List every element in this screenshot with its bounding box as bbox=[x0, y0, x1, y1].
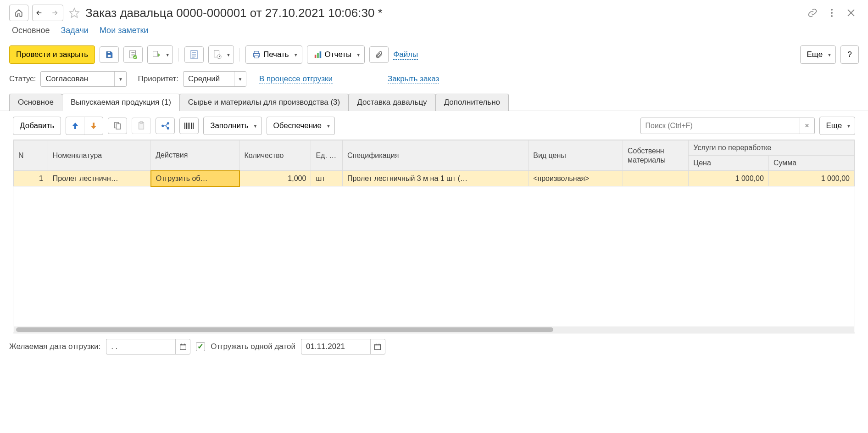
copy-button[interactable] bbox=[108, 118, 127, 134]
svg-rect-31 bbox=[191, 123, 192, 129]
chevron-down-icon[interactable]: ▼ bbox=[114, 72, 126, 86]
search-input-wrap[interactable]: × bbox=[640, 118, 815, 134]
save-button[interactable] bbox=[100, 46, 119, 63]
print-button[interactable]: Печать ▼ bbox=[245, 45, 302, 64]
tab-more-label: Еще bbox=[826, 121, 842, 130]
create-based-on-button[interactable]: ▼ bbox=[147, 45, 173, 64]
svg-rect-19 bbox=[93, 123, 95, 126]
table-row[interactable]: 1 Пролет лестничн… Отгрузить об… 1,000 ш… bbox=[14, 171, 855, 186]
close-icon[interactable] bbox=[843, 5, 859, 21]
help-button[interactable]: ? bbox=[840, 45, 859, 64]
document-dd-button[interactable]: ▼ bbox=[208, 45, 234, 64]
document-button[interactable] bbox=[184, 46, 204, 63]
tab-delivery[interactable]: Доставка давальцу bbox=[348, 94, 435, 111]
col-own-materials[interactable]: Собственн материалы bbox=[623, 141, 688, 171]
nav-tab-notes[interactable]: Мои заметки bbox=[100, 26, 149, 36]
document-icon bbox=[190, 50, 198, 59]
star-icon[interactable] bbox=[69, 7, 80, 18]
move-down-button[interactable] bbox=[84, 117, 103, 135]
svg-rect-17 bbox=[319, 51, 321, 58]
more-button[interactable]: Еще ▼ bbox=[800, 45, 836, 64]
files-link[interactable]: Файлы bbox=[393, 50, 418, 60]
svg-rect-4 bbox=[107, 51, 110, 53]
clear-search-button[interactable]: × bbox=[800, 118, 814, 134]
col-price[interactable]: Цена bbox=[689, 156, 769, 171]
close-order-link[interactable]: Закрыть заказ bbox=[388, 74, 439, 84]
cell-item[interactable]: Пролет лестничн… bbox=[48, 171, 150, 186]
cell-spec[interactable]: Пролет лестничный 3 м на 1 шт (… bbox=[342, 171, 528, 186]
chevron-down-icon: ▼ bbox=[846, 124, 851, 129]
forward-button[interactable] bbox=[51, 9, 60, 17]
tab-products[interactable]: Выпускаемая продукция (1) bbox=[62, 94, 180, 111]
col-spec[interactable]: Спецификация bbox=[342, 141, 528, 171]
reports-button[interactable]: Отчеты ▼ bbox=[307, 45, 365, 64]
scrollbar-thumb[interactable] bbox=[16, 327, 553, 332]
priority-combo[interactable]: Средний ▼ bbox=[183, 71, 246, 87]
cell-price-type[interactable]: <произвольная> bbox=[529, 171, 623, 186]
col-actions[interactable]: Действия bbox=[151, 141, 239, 171]
cell-sum[interactable]: 1 000,00 bbox=[768, 171, 854, 186]
tab-materials[interactable]: Сырье и материалы для производства (3) bbox=[179, 94, 349, 111]
search-input[interactable] bbox=[641, 122, 800, 130]
desired-date-value[interactable]: . . bbox=[106, 342, 175, 351]
chevron-down-icon: ▼ bbox=[326, 124, 331, 129]
barcode-button[interactable] bbox=[179, 118, 199, 134]
col-price-type[interactable]: Вид цены bbox=[529, 141, 623, 171]
post-button[interactable] bbox=[123, 46, 143, 63]
status-label: Статус: bbox=[9, 74, 36, 84]
distribute-button[interactable] bbox=[156, 118, 175, 134]
col-qty[interactable]: Количество bbox=[239, 141, 311, 171]
paste-button[interactable] bbox=[132, 118, 151, 134]
home-icon bbox=[15, 9, 23, 17]
separator bbox=[178, 48, 179, 62]
horizontal-scrollbar[interactable] bbox=[14, 326, 854, 333]
cell-price[interactable]: 1 000,00 bbox=[689, 171, 769, 186]
chevron-down-icon: ▼ bbox=[226, 52, 231, 57]
nav-tab-main[interactable]: Основное bbox=[12, 26, 50, 36]
col-uom[interactable]: Ед. изм. bbox=[311, 141, 343, 171]
svg-point-3 bbox=[831, 15, 833, 17]
copy-icon bbox=[113, 121, 122, 130]
move-up-button[interactable] bbox=[66, 117, 84, 135]
single-date-label: Отгружать одной датой bbox=[211, 342, 295, 351]
tab-more-button[interactable]: Еще ▼ bbox=[819, 117, 856, 135]
svg-rect-12 bbox=[254, 51, 259, 54]
cell-n[interactable]: 1 bbox=[14, 171, 48, 186]
fill-label: Заполнить bbox=[210, 121, 248, 130]
supply-button[interactable]: Обеспечение ▼ bbox=[267, 117, 335, 135]
svg-rect-34 bbox=[375, 344, 381, 349]
chevron-down-icon[interactable]: ▼ bbox=[234, 72, 246, 86]
chart-icon bbox=[314, 51, 322, 59]
status-value: Согласован bbox=[41, 74, 114, 84]
col-services[interactable]: Услуги по переработке bbox=[689, 141, 855, 156]
single-date-checkbox[interactable]: ✓ bbox=[196, 342, 205, 351]
single-date-value[interactable]: 01.11.2021 bbox=[301, 342, 370, 351]
fill-button[interactable]: Заполнить ▼ bbox=[203, 117, 262, 135]
kebab-icon[interactable] bbox=[824, 5, 840, 21]
calendar-icon[interactable] bbox=[370, 339, 385, 354]
cell-actions[interactable]: Отгрузить об… bbox=[151, 171, 239, 186]
single-date-input[interactable]: 01.11.2021 bbox=[301, 339, 385, 354]
post-and-close-button[interactable]: Провести и закрыть bbox=[9, 45, 95, 64]
cell-own-materials[interactable] bbox=[623, 171, 688, 186]
shipping-link[interactable]: В процессе отгрузки bbox=[259, 74, 333, 84]
link-icon[interactable] bbox=[805, 5, 820, 21]
desired-date-input[interactable]: . . bbox=[106, 339, 190, 354]
status-combo[interactable]: Согласован ▼ bbox=[40, 71, 127, 87]
paste-icon bbox=[137, 121, 145, 130]
cell-uom[interactable]: шт bbox=[311, 171, 343, 186]
home-button[interactable] bbox=[9, 5, 28, 21]
add-button[interactable]: Добавить bbox=[13, 117, 61, 135]
nav-tab-tasks[interactable]: Задачи bbox=[61, 26, 88, 36]
cell-qty[interactable]: 1,000 bbox=[239, 171, 311, 186]
col-n[interactable]: N bbox=[14, 141, 48, 171]
attach-button[interactable] bbox=[369, 46, 389, 63]
back-button[interactable] bbox=[35, 9, 45, 17]
svg-rect-9 bbox=[191, 51, 197, 59]
col-item[interactable]: Номенклатура bbox=[48, 141, 150, 171]
calendar-icon[interactable] bbox=[175, 339, 190, 354]
tab-main[interactable]: Основное bbox=[9, 94, 62, 111]
col-sum[interactable]: Сумма bbox=[768, 156, 854, 171]
barcode-icon bbox=[184, 122, 194, 130]
tab-extra[interactable]: Дополнительно bbox=[435, 94, 509, 111]
